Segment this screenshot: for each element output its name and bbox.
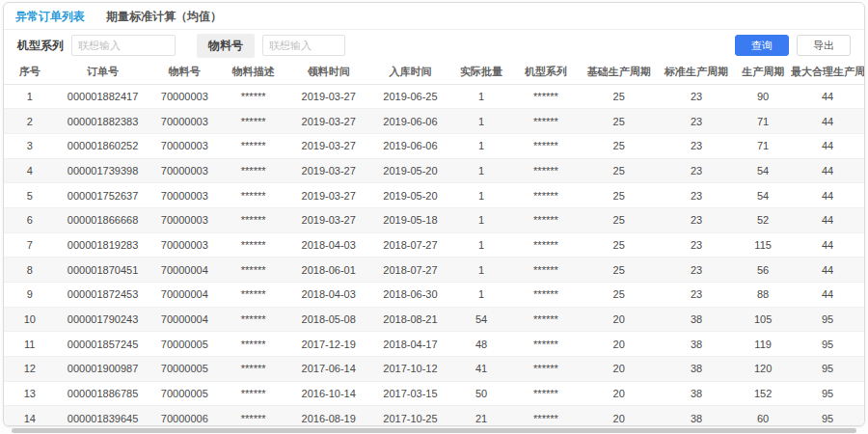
table-cell: 1 (451, 258, 511, 283)
table-cell: ****** (511, 84, 580, 109)
table-row[interactable]: 400000173939870000003******2019-03-27201… (4, 158, 864, 183)
table-cell: 1 (451, 84, 511, 109)
table-row[interactable]: 700000181928370000003******2018-04-03201… (4, 232, 864, 258)
table-cell: 1 (451, 232, 511, 258)
table-cell: 70000003 (150, 207, 219, 232)
table-cell: 000001860252 (56, 133, 150, 158)
table-cell: 25 (581, 258, 658, 283)
table-cell: 000001839645 (56, 406, 150, 426)
column-header: 最大合理生产周期 (791, 61, 864, 84)
table-cell: 2 (4, 109, 56, 134)
table-row[interactable]: 1000000179024370000004******2018-05-0820… (4, 307, 864, 332)
table-cell: 000001886785 (56, 381, 150, 406)
table-row[interactable]: 1100000185724570000005******2017-12-1920… (4, 332, 864, 357)
table-cell: 95 (791, 332, 864, 357)
table-row[interactable]: 900000187245370000004******2018-04-03201… (4, 283, 864, 308)
machine-series-input[interactable] (71, 35, 176, 56)
table-cell: 1 (451, 109, 511, 134)
table-cell: 2018-04-03 (287, 283, 369, 308)
table-cell: 23 (658, 283, 735, 308)
table-row[interactable]: 600000186666870000003******2019-03-27201… (4, 207, 864, 232)
material-no-input[interactable] (262, 35, 345, 56)
table-row[interactable]: 1200000190098770000005******2017-06-1420… (4, 357, 864, 382)
table-cell: 20 (581, 332, 658, 357)
table-cell: 000001857245 (56, 332, 150, 357)
table-cell: 70000003 (150, 232, 219, 258)
table-cell: 23 (658, 158, 735, 183)
orders-table: 序号订单号物料号物料描述领料时间入库时间实际批量机型系列基础生产周期标准生产周期… (4, 61, 864, 426)
table-cell: 44 (791, 283, 864, 308)
table-cell: 1 (451, 207, 511, 232)
table-cell: ****** (219, 283, 287, 308)
table-cell: 000001882417 (56, 84, 150, 109)
table-row[interactable]: 1400000183964570000006******2016-08-1920… (4, 406, 864, 426)
column-header: 基础生产周期 (581, 61, 658, 84)
table-cell: 38 (658, 357, 735, 382)
table-cell: 70000004 (150, 283, 219, 308)
table-cell: 44 (791, 133, 864, 158)
table-cell: 4 (4, 158, 56, 183)
tab-period-quantity-standard-calc[interactable]: 期量标准计算（均值） (106, 3, 222, 30)
window-bottom-edge (12, 428, 856, 433)
table-body: 100000188241770000003******2019-03-27201… (4, 84, 864, 426)
export-button[interactable]: 导出 (797, 35, 851, 56)
table-cell: 105 (735, 307, 791, 332)
query-button[interactable]: 查询 (735, 35, 789, 56)
table-cell: 44 (791, 84, 864, 109)
table-cell: ****** (219, 406, 287, 426)
table-cell: 38 (658, 381, 735, 406)
table-cell: ****** (511, 307, 580, 332)
table-cell: 25 (581, 158, 658, 183)
table-cell: 23 (658, 133, 735, 158)
table-cell: 7 (4, 232, 56, 258)
table-cell: 000001819283 (56, 232, 150, 258)
table-cell: 000001900987 (56, 357, 150, 382)
table-cell: ****** (511, 207, 580, 232)
table-row[interactable]: 100000188241770000003******2019-03-27201… (4, 84, 864, 109)
table-cell: 2019-03-27 (287, 207, 369, 232)
table-row[interactable]: 800000187045170000004******2018-06-01201… (4, 258, 864, 283)
table-cell: 44 (791, 207, 864, 232)
table-row[interactable]: 300000186025270000003******2019-03-27201… (4, 133, 864, 158)
table-cell: ****** (511, 283, 580, 308)
table-cell: 70000004 (150, 258, 219, 283)
table-cell: 2017-12-19 (287, 332, 369, 357)
table-cell: 52 (735, 207, 791, 232)
column-header: 物料描述 (219, 61, 287, 84)
table-cell: 1 (451, 183, 511, 208)
table-cell: 5 (4, 183, 56, 208)
table-header-row: 序号订单号物料号物料描述领料时间入库时间实际批量机型系列基础生产周期标准生产周期… (4, 61, 864, 84)
table-cell: 44 (791, 158, 864, 183)
column-header: 实际批量 (451, 61, 511, 84)
table-cell: 2018-07-27 (369, 258, 451, 283)
table-cell: 000001790243 (56, 307, 150, 332)
table-cell: 70000006 (150, 406, 219, 426)
table-row[interactable]: 200000188238370000003******2019-03-27201… (4, 109, 864, 134)
column-header: 入库时间 (369, 61, 451, 84)
tab-abnormal-order-list[interactable]: 异常订单列表 (15, 3, 85, 30)
table-cell: 20 (581, 381, 658, 406)
machine-series-label: 机型系列 (17, 38, 64, 54)
table-cell: ****** (511, 381, 580, 406)
table-cell: 2018-06-01 (287, 258, 369, 283)
table-cell: 2018-04-03 (287, 232, 369, 258)
table-cell: 38 (658, 332, 735, 357)
table-cell: 54 (735, 158, 791, 183)
table-cell: ****** (219, 183, 287, 208)
table-cell: ****** (511, 232, 580, 258)
table-cell: 50 (451, 381, 511, 406)
table-cell: ****** (511, 183, 580, 208)
table-row[interactable]: 500000175263770000003******2019-03-27201… (4, 183, 864, 208)
table-cell: 2019-05-18 (369, 207, 451, 232)
table-cell: 2019-03-27 (287, 158, 369, 183)
table-cell: 25 (581, 207, 658, 232)
table-cell: 2018-04-17 (369, 332, 451, 357)
table-row[interactable]: 1300000188678570000005******2016-10-1420… (4, 381, 864, 406)
column-header: 领料时间 (287, 61, 369, 84)
table-cell: 2019-05-20 (369, 158, 451, 183)
table-cell: 2018-08-21 (369, 307, 451, 332)
table-cell: 23 (658, 84, 735, 109)
table-cell: 70000003 (150, 158, 219, 183)
table-cell: ****** (219, 109, 287, 134)
table-cell: 48 (451, 332, 511, 357)
